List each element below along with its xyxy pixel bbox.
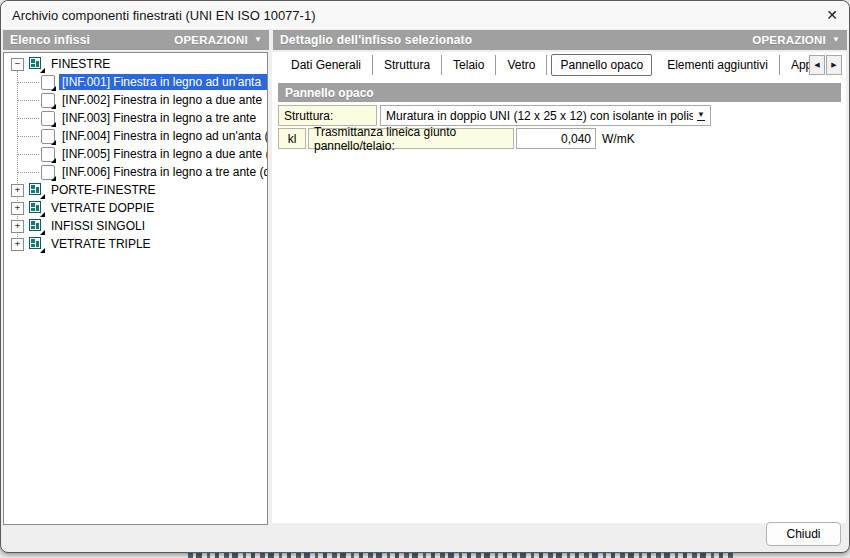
struttura-label: Struttura: [278,105,377,126]
tab[interactable]: Apporti solari [780,55,812,75]
chevron-down-icon: ▼ [254,36,262,44]
component-folder-icon [29,219,43,233]
trasmittanza-label: Trasmittanza lineica giunto pannello/tel… [308,128,514,149]
window-item-icon [41,75,55,90]
tree-item-label: [INF.001] Finestra in legno ad un'anta [59,74,267,90]
struttura-select[interactable]: Muratura in doppio UNI (12 x 25 x 12) co… [380,105,711,126]
tab-label: Pannello opaco [560,58,643,72]
left-operations-label: OPERAZIONI [174,34,248,46]
trasmittanza-input[interactable]: 0,040 [516,128,596,149]
section-header: Pannello opaco [278,83,841,102]
tab[interactable]: Elementi aggiuntivi [656,55,780,75]
window-item-icon [41,111,55,126]
window-item-icon [41,165,55,180]
component-folder-icon [29,237,43,251]
tree-group-label: PORTE-FINESTRE [48,182,158,198]
tree-group[interactable]: + VETRATE TRIPLE [4,235,267,253]
tree-item[interactable]: [INF.003] Finestra in legno a tre ante [4,109,267,127]
tab-strip: Dati Generali Struttura Telaio Vetro Pan… [272,52,812,77]
component-folder-icon [29,201,43,215]
tree-item-label: [INF.006] Finestra in legno a tre ante (… [59,164,268,180]
title-bar: Archivio componenti finestrati (UNI EN I… [1,1,849,29]
tree-item[interactable]: [INF.006] Finestra in legno a tre ante (… [4,163,267,181]
section-title: Pannello opaco [285,86,374,100]
tree-group[interactable]: + VETRATE DOPPIE [4,199,267,217]
tree-groups: + PORTE-FINESTRE + VETRATE DOPPIE + [4,181,267,253]
tree-item-label: [INF.003] Finestra in legno a tre ante [59,110,267,126]
expand-icon[interactable]: + [11,184,24,197]
tree-item[interactable]: [INF.005] Finestra in legno a due ante (… [4,145,267,163]
right-operations-label: OPERAZIONI [752,34,826,46]
tab-label: Dati Generali [291,58,361,72]
expand-icon[interactable]: + [11,202,24,215]
tab-label: Struttura [384,58,430,72]
tab[interactable]: Dati Generali [280,55,373,75]
tree-inner: − FINESTRE [INF.001] Finestra in legno a… [4,53,267,253]
tab[interactable]: Pannello opaco [551,54,652,76]
chevron-down-icon: ▼ [832,36,840,44]
tab[interactable]: Telaio [442,55,496,75]
kl-symbol: kl [278,128,306,149]
window-title: Archivio componenti finestrati (UNI EN I… [12,8,315,23]
close-icon[interactable]: ✕ [815,2,849,28]
expand-icon[interactable]: + [11,220,24,233]
tab-scroll-left-icon[interactable]: ◀ [809,55,825,75]
chiudi-button[interactable]: Chiudi [766,522,841,546]
component-tree: − FINESTRE [INF.001] Finestra in legno a… [3,52,268,525]
tab[interactable]: Vetro [496,55,547,75]
struttura-row: Struttura: Muratura in doppio UNI (12 x … [278,105,841,126]
tree-root-finestre[interactable]: − FINESTRE [4,55,267,73]
tree-group[interactable]: + INFISSI SINGOLI [4,217,267,235]
left-operations-menu[interactable]: OPERAZIONI ▼ [174,34,262,46]
window-item-icon [41,93,55,108]
panel-headers: Elenco infissi OPERAZIONI ▼ Dettaglio de… [3,30,847,50]
left-panel-title: Elenco infissi [10,33,90,47]
tab-scroll-right-icon[interactable]: ▶ [826,55,842,75]
tree-item-label: [INF.002] Finestra in legno a due ante [59,92,267,108]
tree-item-label: [INF.004] Finestra in legno ad un'anta (… [59,128,268,144]
dialog-window: Archivio componenti finestrati (UNI EN I… [0,0,850,553]
right-panel-header: Dettaglio dell'infisso selezionato OPERA… [273,30,847,50]
expand-icon[interactable]: + [11,238,24,251]
tab-label: Elementi aggiuntivi [667,58,768,72]
tree-group-label: VETRATE TRIPLE [48,236,154,252]
tab[interactable]: Struttura [373,55,442,75]
tree-group-label: INFISSI SINGOLI [48,218,148,234]
tree-group-label: VETRATE DOPPIE [48,200,157,216]
combo-arrow-icon: ▼ [697,110,705,121]
collapse-icon[interactable]: − [11,58,24,71]
tab-label: Telaio [453,58,484,72]
tree-item[interactable]: [INF.002] Finestra in legno a due ante [4,91,267,109]
tab-label: Vetro [507,58,535,72]
tree-root-label: FINESTRE [48,56,113,72]
detail-panel: Dati Generali Struttura Telaio Vetro Pan… [272,52,846,523]
trasmittanza-row: kl Trasmittanza lineica giunto pannello/… [278,128,841,149]
struttura-selected-value: Muratura in doppio UNI (12 x 25 x 12) co… [386,109,693,123]
left-panel-header: Elenco infissi OPERAZIONI ▼ [3,30,269,50]
tree-item-label: [INF.005] Finestra in legno a due ante (… [59,146,268,162]
trasmittanza-unit: W/mK [602,128,635,149]
tree-item[interactable]: [INF.001] Finestra in legno ad un'anta [4,73,267,91]
tree-group[interactable]: + PORTE-FINESTRE [4,181,267,199]
right-panel-title: Dettaglio dell'infisso selezionato [280,33,472,47]
component-folder-icon [29,57,43,71]
right-operations-menu[interactable]: OPERAZIONI ▼ [752,34,840,46]
tree-children: [INF.001] Finestra in legno ad un'anta [… [4,73,267,181]
window-item-icon [41,147,55,162]
component-folder-icon [29,183,43,197]
tree-item[interactable]: [INF.004] Finestra in legno ad un'anta (… [4,127,267,145]
tab-scrollers: ◀ ▶ [809,55,842,75]
window-item-icon [41,129,55,144]
